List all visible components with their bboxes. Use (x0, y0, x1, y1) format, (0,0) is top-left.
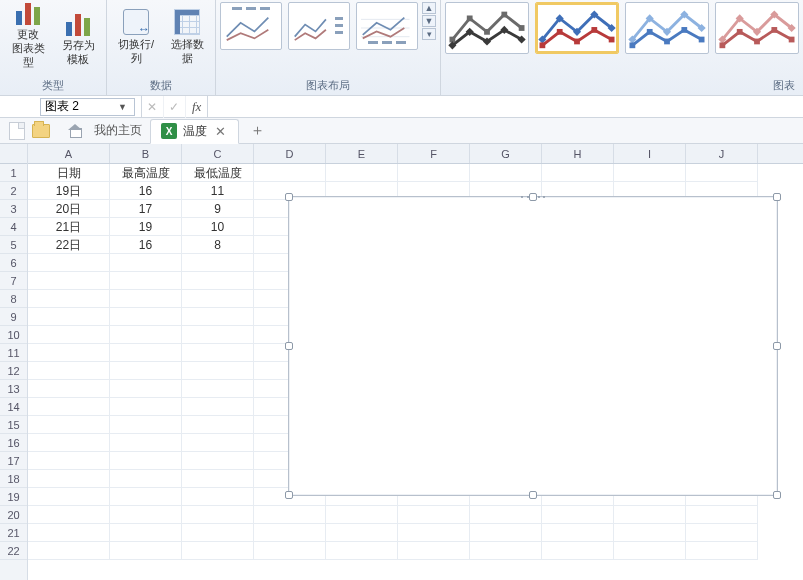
chart-style-4[interactable] (715, 2, 799, 54)
cell[interactable]: 日期 (28, 164, 110, 182)
cancel-icon[interactable]: ✕ (142, 96, 164, 118)
cell[interactable] (110, 290, 182, 308)
cell[interactable] (470, 524, 542, 542)
cell[interactable] (28, 416, 110, 434)
cell[interactable] (28, 326, 110, 344)
row-header[interactable]: 3 (0, 200, 27, 218)
cell[interactable] (28, 362, 110, 380)
row-header[interactable]: 16 (0, 434, 27, 452)
cell[interactable] (542, 164, 614, 182)
cell[interactable] (542, 524, 614, 542)
cell[interactable] (686, 524, 758, 542)
column-header[interactable]: C (182, 144, 254, 163)
cell[interactable] (686, 164, 758, 182)
cell[interactable] (110, 488, 182, 506)
cell[interactable]: 8 (182, 236, 254, 254)
cell[interactable] (110, 470, 182, 488)
cell[interactable] (254, 524, 326, 542)
cell[interactable] (326, 524, 398, 542)
cell[interactable] (110, 452, 182, 470)
cell[interactable] (614, 524, 686, 542)
cell[interactable] (182, 542, 254, 560)
cell[interactable] (28, 524, 110, 542)
cell[interactable] (686, 542, 758, 560)
cell[interactable] (28, 470, 110, 488)
cell[interactable] (398, 542, 470, 560)
row-header[interactable]: 18 (0, 470, 27, 488)
cell[interactable] (182, 272, 254, 290)
select-all-corner[interactable] (0, 144, 27, 164)
cell[interactable] (110, 416, 182, 434)
column-header[interactable]: D (254, 144, 326, 163)
cell[interactable] (614, 164, 686, 182)
row-header[interactable]: 17 (0, 452, 27, 470)
change-chart-type-button[interactable]: 更改 图表类型 (4, 2, 52, 72)
cell[interactable]: 16 (110, 182, 182, 200)
cell[interactable] (110, 344, 182, 362)
cell[interactable]: 11 (182, 182, 254, 200)
open-folder-icon[interactable] (30, 121, 52, 141)
close-tab-icon[interactable]: ✕ (213, 124, 228, 139)
cell[interactable]: 17 (110, 200, 182, 218)
cell[interactable] (110, 506, 182, 524)
cell[interactable] (28, 452, 110, 470)
chart-layout-2[interactable] (288, 2, 350, 50)
cell[interactable] (398, 524, 470, 542)
cell[interactable] (254, 506, 326, 524)
column-header[interactable]: F (398, 144, 470, 163)
cell[interactable] (110, 434, 182, 452)
select-data-button[interactable]: 选择数据 (163, 2, 211, 72)
row-header[interactable]: 21 (0, 524, 27, 542)
cell[interactable] (28, 434, 110, 452)
layout-scroll-up[interactable]: ▲ (422, 2, 436, 14)
cell[interactable] (182, 254, 254, 272)
column-header[interactable]: A (28, 144, 110, 163)
cell[interactable]: 21日 (28, 218, 110, 236)
cell[interactable] (182, 524, 254, 542)
cell[interactable] (182, 434, 254, 452)
cell[interactable] (110, 326, 182, 344)
cell[interactable] (182, 488, 254, 506)
cell[interactable] (182, 506, 254, 524)
row-header[interactable]: 11 (0, 344, 27, 362)
cell[interactable] (326, 506, 398, 524)
cell[interactable] (28, 308, 110, 326)
cell[interactable] (470, 506, 542, 524)
cell[interactable]: 9 (182, 200, 254, 218)
row-header[interactable]: 13 (0, 380, 27, 398)
formula-input[interactable] (208, 98, 803, 116)
cell[interactable] (470, 542, 542, 560)
cell[interactable] (182, 470, 254, 488)
row-header[interactable]: 14 (0, 398, 27, 416)
file-tab-active[interactable]: X 温度 ✕ (150, 119, 239, 144)
chart-style-1[interactable] (445, 2, 529, 54)
save-as-template-button[interactable]: 另存为 模板 (54, 2, 102, 72)
cell[interactable] (182, 380, 254, 398)
row-header[interactable]: 12 (0, 362, 27, 380)
cell[interactable] (614, 542, 686, 560)
layout-scroll-down[interactable]: ▼ (422, 15, 436, 27)
cell[interactable]: 10 (182, 218, 254, 236)
cell[interactable] (254, 164, 326, 182)
row-header[interactable]: 6 (0, 254, 27, 272)
cell[interactable]: 最低温度 (182, 164, 254, 182)
cell[interactable] (182, 308, 254, 326)
cell[interactable] (28, 290, 110, 308)
chart-style-3[interactable] (625, 2, 709, 54)
add-tab-button[interactable]: ＋ (245, 119, 269, 143)
column-header[interactable]: E (326, 144, 398, 163)
fx-icon[interactable]: fx (186, 96, 208, 118)
column-header[interactable]: G (470, 144, 542, 163)
cell[interactable]: 19 (110, 218, 182, 236)
cell[interactable] (254, 542, 326, 560)
cell[interactable] (398, 506, 470, 524)
cell[interactable] (326, 542, 398, 560)
chart-style-2[interactable] (535, 2, 619, 54)
column-header[interactable]: H (542, 144, 614, 163)
cell[interactable] (28, 488, 110, 506)
name-box-input[interactable] (45, 100, 115, 114)
row-header[interactable]: 15 (0, 416, 27, 434)
cell[interactable] (28, 380, 110, 398)
cell[interactable] (182, 416, 254, 434)
cell[interactable] (542, 542, 614, 560)
